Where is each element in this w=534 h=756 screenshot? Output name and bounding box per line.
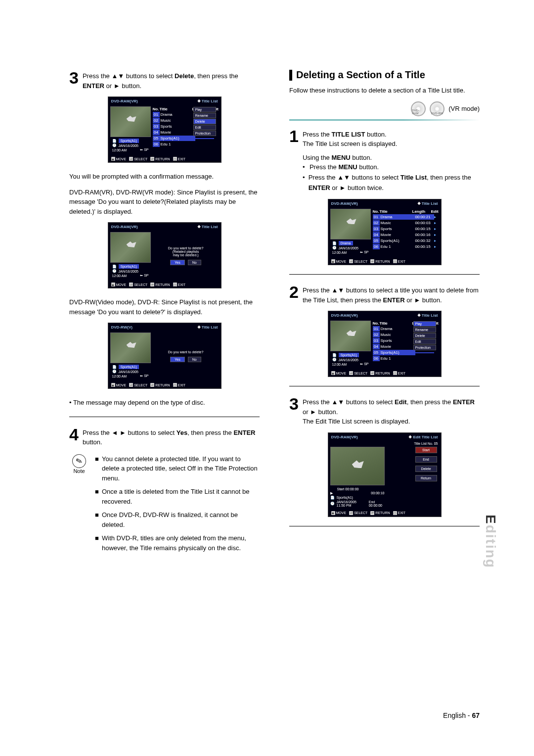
left-column: 3 Press the ▲▼ buttons to select Delete,… — [69, 69, 260, 557]
step-1-right: 1 Press the TITLE LIST button. The Title… — [289, 128, 480, 193]
pencil-icon: ✎ — [71, 452, 88, 469]
side-tab-editing: Editing — [483, 515, 498, 568]
osd-popup-menu: Play Rename Delete Edit Protection — [193, 107, 216, 137]
step-3-right: 3 Press the ▲▼ buttons to select Edit, t… — [289, 395, 480, 426]
osd-screenshot-confirm-rw: DVD-RW(V) ❖ Title List 📄Sports(A1) 🕐JAN/… — [108, 323, 222, 389]
osd-screenshot-confirm-ram: DVD-RAM(VR) ❖ Title List 📄Sports(A1) 🕐JA… — [108, 222, 222, 288]
paragraph: • The message may depend on the type of … — [69, 398, 260, 408]
divider — [289, 526, 480, 526]
page-footer: English - 67 — [443, 711, 480, 719]
paragraph: You will be prompted with a confirmation… — [69, 172, 260, 182]
step-4-left: 4 Press the ◄ ► buttons to select Yes, t… — [69, 426, 260, 447]
divider — [289, 274, 480, 275]
step-2-right: 2 Press the ▲▼ buttons to select a title… — [289, 284, 480, 305]
section-header: Deleting a Section of a Title — [289, 69, 480, 81]
step-number: 3 — [69, 69, 79, 86]
disc-mode-row: DVD-RAM DVD-RW (VR mode) — [289, 101, 480, 116]
divider — [289, 386, 480, 386]
step-3-left: 3 Press the ▲▼ buttons to select Delete,… — [69, 69, 260, 91]
paragraph: DVD-RAM(VR), DVD-RW(VR mode): Since Play… — [69, 188, 260, 217]
step-text: Press the ▲▼ buttons to select Delete, t… — [83, 69, 260, 91]
disc-icon: DVD-RAM — [411, 101, 426, 116]
disc-icon: DVD-RW — [430, 101, 445, 116]
osd-screenshot-title-list: DVD-RAM(VR) ❖ Title List 📄Drama 🕐JAN/16/… — [328, 199, 442, 265]
divider — [69, 417, 260, 417]
osd-screenshot-select-title: DVD-RAM(VR) ❖ Title List 📄Sports(A1) 🕐JA… — [328, 311, 442, 377]
osd-thumbnail — [110, 106, 151, 137]
osd-screenshot-edit-title: DVD-RAM(VR) ❖ Edit Title List Title List… — [328, 432, 442, 517]
section-bar-icon — [289, 70, 292, 81]
paragraph: DVD-RW(Video mode), DVD-R: Since Playlis… — [69, 297, 260, 317]
right-column: Deleting a Section of a Title Follow the… — [289, 69, 480, 557]
osd-screenshot-delete-menu: DVD-RAM(VR) ❖ Title List 📄Sports(A1) 🕐JA… — [108, 96, 222, 163]
note-block: ✎ Note ■You cannot delete a protected ti… — [69, 454, 260, 557]
accent-underline — [289, 119, 480, 121]
